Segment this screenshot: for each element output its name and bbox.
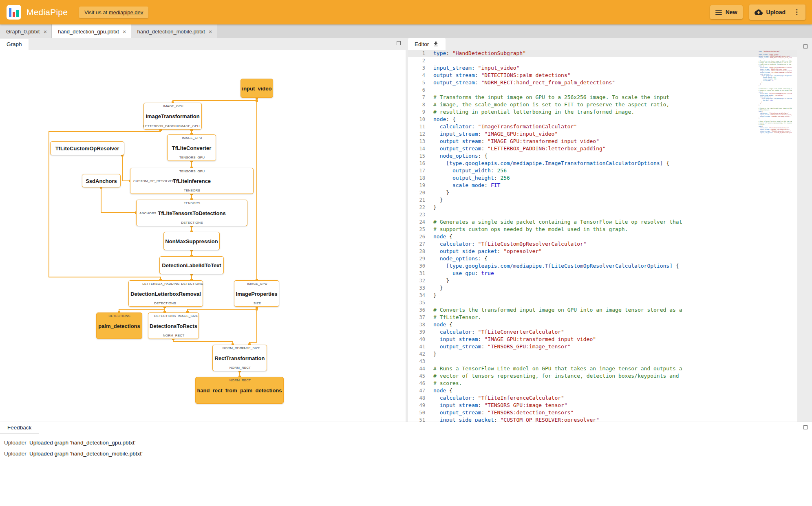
code-line[interactable]: 27 calculator: "TfLiteCustomOpResolverCa… [408,240,797,248]
code-line[interactable]: 6 [408,86,797,94]
code-line[interactable]: 37# TfLiteTensor. [408,314,797,321]
code-line[interactable]: 42} [408,350,797,358]
close-tab-icon[interactable]: × [43,29,47,34]
code-line[interactable]: 16 [type.googleapis.com/mediapipe.ImageT… [408,160,797,167]
graph-node-tflite-inference[interactable]: TfLiteInferenceTENSORS_GPUCUSTOM_OP_RESO… [130,168,254,194]
code-line[interactable]: 15 node_options: { [408,152,797,160]
code-line[interactable]: 51 input_side_packet: "CUSTOM_OP_RESOLVE… [408,416,797,422]
graph-node-image-transformation[interactable]: ImageTransformationIMAGE_GPULETTERBOX_PA… [143,103,202,130]
line-number: 48 [408,394,433,402]
graph-node-rect-transformation[interactable]: RectTransformationNORM_RECTIMAGE_SIZENOR… [212,345,267,371]
code-line[interactable]: 24# Generates a single side packet conta… [408,218,797,226]
upload-button[interactable]: Upload ⋮ [749,4,805,20]
code-line[interactable]: 48 calculator: "TfLiteInferenceCalculato… [408,394,797,402]
new-button[interactable]: New [710,5,743,19]
code-line[interactable]: 1type: "HandDetectionSubgraph" [408,50,797,57]
code-line[interactable]: 25# supports custom ops needed by the mo… [408,226,797,233]
expand-graph-panel-icon[interactable] [397,41,401,45]
graph-node-input-video[interactable]: input_video [241,79,273,98]
code-line[interactable]: 44# Runs a TensorFlow Lite model on GPU … [408,365,797,372]
graph-node-tflite-tensors-to-detections[interactable]: TfLiteTensorsToDetectionsTENSORSANCHORSD… [136,200,247,226]
graph-node-palm-detections[interactable]: palm_detectionsDETECTIONS [96,312,142,339]
code-line[interactable]: 22} [408,204,797,211]
more-options-icon[interactable]: ⋮ [791,9,800,15]
code-line[interactable]: 34} [408,292,797,299]
code-line[interactable]: 35 [408,299,797,306]
code-line[interactable]: 4output_stream: "DETECTIONS:palm_detecti… [408,72,797,79]
code-line[interactable]: 49 input_stream: "TENSORS_GPU:image_tens… [408,402,797,409]
line-number: 42 [408,350,433,358]
port-label: DETECTIONS [108,314,130,318]
code-line[interactable]: 28 output_side_packet: "opresolver" [408,248,797,255]
code-line[interactable]: 36# Converts the transformed input image… [408,306,797,314]
code-line[interactable]: 29 node_options: { [408,255,797,262]
code-line[interactable]: 2 [408,57,797,64]
code-line[interactable]: 17 output_width: 256 [408,167,797,174]
line-number: 51 [408,416,433,422]
code-editor[interactable]: 1type: "HandDetectionSubgraph"23input_st… [408,50,797,422]
feedback-source: Uploader [4,451,29,457]
graph-node-non-max-suppression[interactable]: NonMaxSuppression [163,232,220,250]
graph-node-hand-rect-from-palm-detections[interactable]: hand_rect_from_palm_detectionsNORM_RECT [195,377,284,404]
editor-minimap[interactable]: type: "HandDetectionSubgraph"input_strea… [759,51,792,422]
expand-editor-panel-icon[interactable] [803,44,808,48]
expand-feedback-panel-icon[interactable] [803,425,808,429]
code-line[interactable]: 9# resulting in potential letterboxing i… [408,108,797,116]
code-line[interactable]: 30 [type.googleapis.com/mediapipe.TfLite… [408,262,797,270]
code-line[interactable]: 31 use_gpu: true [408,270,797,277]
graph-node-image-properties[interactable]: ImagePropertiesIMAGE_GPUSIZE [234,280,279,307]
line-number: 46 [408,380,433,387]
tab-feedback[interactable]: Feedback [0,422,39,434]
close-tab-icon[interactable]: × [209,29,212,34]
code-text: node_options: { [433,152,797,160]
graph-node-tflite-custom-op-resolver[interactable]: TfLiteCustomOpResolver [50,141,124,155]
code-line[interactable]: 20 } [408,189,797,196]
close-tab-icon[interactable]: × [123,29,126,34]
graph-node-tflite-converter[interactable]: TfLiteConverterIMAGE_GPUTENSORS_GPU [167,134,216,161]
code-line[interactable]: 12 input_stream: "IMAGE_GPU:input_video" [408,130,797,138]
code-line[interactable]: 46# scores. [408,380,797,387]
code-line[interactable]: 50 output_stream: "TENSORS:detection_ten… [408,409,797,416]
line-number: 32 [408,277,433,284]
code-line[interactable]: 41 output_stream: "TENSORS_GPU:image_ten… [408,343,797,350]
file-tab[interactable]: hand_detection_gpu.pbtxt× [52,24,131,38]
code-line[interactable]: 32 } [408,277,797,284]
code-text: output_stream: "LETTERBOX_PADDING:letter… [433,145,797,152]
graph-canvas[interactable]: input_videoImageTransformationIMAGE_GPUL… [0,50,406,422]
code-line[interactable]: 45# vector of tensors representing, for … [408,372,797,380]
code-line[interactable]: 38node { [408,321,797,328]
code-line[interactable]: 43 [408,358,797,365]
code-line[interactable]: 23 [408,211,797,218]
graph-node-ssd-anchors[interactable]: SsdAnchors [82,174,121,187]
graph-node-detection-label-id-to-text[interactable]: DetectionLabelIdToText [159,256,224,274]
code-line[interactable]: 7# Transforms the input image on GPU to … [408,94,797,101]
code-line[interactable]: 26node { [408,233,797,240]
tab-graph[interactable]: Graph [0,39,29,50]
code-line[interactable]: 8# image, the scale_mode option is set t… [408,101,797,108]
code-line[interactable]: 33 } [408,284,797,292]
app-title: MediaPipe [26,7,68,17]
code-line[interactable]: 10node: { [408,116,797,123]
feedback-panel: Feedback UploaderUploaded graph 'hand_de… [0,422,812,506]
code-text: calculator: "ImageTransformationCalculat… [433,123,797,130]
mediapipe-dev-link[interactable]: mediapipe.dev [109,9,143,15]
code-line[interactable]: 14 output_stream: "LETTERBOX_PADDING:let… [408,145,797,152]
code-line[interactable]: 18 output_height: 256 [408,174,797,182]
code-line[interactable]: 11 calculator: "ImageTransformationCalcu… [408,123,797,130]
tab-editor[interactable]: Editor [408,38,446,50]
code-line[interactable]: 39 calculator: "TfLiteConverterCalculato… [408,328,797,336]
code-line[interactable]: 40 input_stream: "IMAGE_GPU:transformed_… [408,336,797,343]
download-icon[interactable] [432,41,439,47]
code-line[interactable]: 3input_stream: "input_video" [408,64,797,72]
file-tab[interactable]: hand_detection_mobile.pbtxt× [131,24,217,38]
graph-node-detection-letterbox-removal[interactable]: DetectionLetterboxRemovalLETTERBOX_PADDI… [128,280,203,307]
code-line[interactable]: 19 scale_mode: FIT [408,182,797,189]
code-line[interactable]: 13 output_stream: "IMAGE_GPU:transformed… [408,138,797,145]
graph-node-detections-to-rects[interactable]: DetectionsToRectsDETECTIONSIMAGE_SIZENOR… [148,312,199,339]
line-number: 30 [408,262,433,270]
code-line[interactable]: 47node { [408,387,797,394]
code-line[interactable]: 21 } [408,196,797,204]
minimap-line: output_stream: "NORM_RECT:hand_rect_from… [759,57,792,59]
file-tab[interactable]: Graph_0.pbtxt× [0,24,52,38]
code-line[interactable]: 5output_stream: "NORM_RECT:hand_rect_fro… [408,79,797,86]
